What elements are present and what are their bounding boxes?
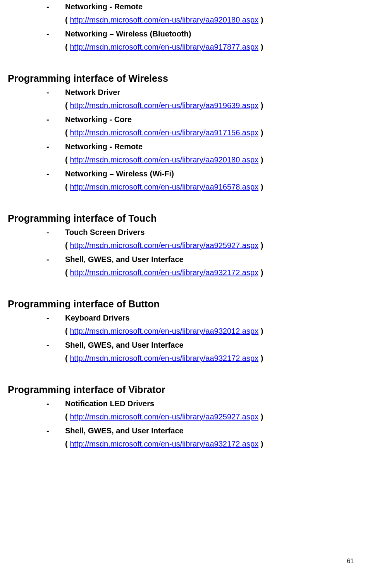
list-item: -Keyboard Drivers ( http://msdn.microsof… bbox=[46, 311, 369, 338]
open-paren: ( bbox=[65, 43, 70, 51]
open-paren: ( bbox=[65, 101, 70, 110]
page-number: 61 bbox=[347, 558, 354, 565]
item-label: Shell, GWES, and User Interface bbox=[65, 253, 184, 266]
item-label: Networking – Wireless (Wi-Fi) bbox=[65, 167, 174, 180]
section-heading: Programming interface of Wireless bbox=[8, 73, 369, 84]
item-label: Networking - Remote bbox=[65, 0, 143, 13]
dash-bullet: - bbox=[46, 140, 65, 153]
section-button: Programming interface of Button -Keyboar… bbox=[8, 298, 369, 365]
close-paren: ) bbox=[258, 327, 263, 335]
close-paren: ) bbox=[258, 241, 263, 250]
open-paren: ( bbox=[65, 16, 70, 24]
close-paren: ) bbox=[258, 354, 263, 362]
item-url-row: ( http://msdn.microsoft.com/en-us/librar… bbox=[65, 13, 369, 26]
item-link[interactable]: http://msdn.microsoft.com/en-us/library/… bbox=[70, 327, 258, 335]
item-label: Networking - Core bbox=[65, 113, 132, 126]
list-item: -Networking - Core ( http://msdn.microso… bbox=[46, 113, 369, 139]
item-heading-row: - Networking - Remote bbox=[46, 0, 369, 13]
open-paren: ( bbox=[65, 183, 70, 191]
item-link[interactable]: http://msdn.microsoft.com/en-us/library/… bbox=[70, 43, 258, 51]
dash-bullet: - bbox=[46, 113, 65, 126]
item-link[interactable]: http://msdn.microsoft.com/en-us/library/… bbox=[70, 183, 258, 191]
close-paren: ) bbox=[258, 268, 263, 277]
document-page: - Networking - Remote ( http://msdn.micr… bbox=[0, 0, 377, 450]
list-item: -Touch Screen Drivers ( http://msdn.micr… bbox=[46, 226, 369, 252]
item-label: Shell, GWES, and User Interface bbox=[65, 338, 184, 352]
open-paren: ( bbox=[65, 128, 70, 137]
open-paren: ( bbox=[65, 354, 70, 362]
list-item: -Notification LED Drivers ( http://msdn.… bbox=[46, 397, 369, 423]
dash-bullet: - bbox=[46, 27, 65, 40]
close-paren: ) bbox=[258, 155, 263, 164]
close-paren: ) bbox=[258, 43, 263, 51]
item-link[interactable]: http://msdn.microsoft.com/en-us/library/… bbox=[70, 16, 258, 24]
item-label: Touch Screen Drivers bbox=[65, 226, 145, 239]
close-paren: ) bbox=[258, 412, 263, 421]
item-label: Notification LED Drivers bbox=[65, 397, 154, 410]
item-url-row: ( http://msdn.microsoft.com/en-us/librar… bbox=[65, 40, 369, 53]
item-link[interactable]: http://msdn.microsoft.com/en-us/library/… bbox=[70, 101, 258, 110]
item-label: Networking - Remote bbox=[65, 140, 143, 153]
list-item: -Shell, GWES, and User Interface ( http:… bbox=[46, 424, 369, 450]
list-item: -Shell, GWES, and User Interface ( http:… bbox=[46, 338, 369, 365]
item-link[interactable]: http://msdn.microsoft.com/en-us/library/… bbox=[70, 354, 258, 362]
list-item: - Networking - Remote ( http://msdn.micr… bbox=[46, 0, 369, 26]
item-link[interactable]: http://msdn.microsoft.com/en-us/library/… bbox=[70, 128, 258, 137]
section-vibrator: Programming interface of Vibrator -Notif… bbox=[8, 384, 369, 450]
item-link[interactable]: http://msdn.microsoft.com/en-us/library/… bbox=[70, 155, 258, 164]
section-touch: Programming interface of Touch -Touch Sc… bbox=[8, 213, 369, 279]
close-paren: ) bbox=[258, 16, 263, 24]
item-label: Keyboard Drivers bbox=[65, 311, 130, 324]
item-label: Networking – Wireless (Bluetooth) bbox=[65, 27, 191, 40]
item-heading-row: - Networking – Wireless (Bluetooth) bbox=[46, 27, 369, 40]
list-item: -Networking - Remote ( http://msdn.micro… bbox=[46, 140, 369, 166]
open-paren: ( bbox=[65, 241, 70, 250]
open-paren: ( bbox=[65, 412, 70, 421]
section-wireless: Programming interface of Wireless -Netwo… bbox=[8, 73, 369, 193]
open-paren: ( bbox=[65, 327, 70, 335]
dash-bullet: - bbox=[46, 424, 65, 437]
list-item: - Networking – Wireless (Bluetooth) ( ht… bbox=[46, 27, 369, 53]
item-link[interactable]: http://msdn.microsoft.com/en-us/library/… bbox=[70, 440, 258, 448]
close-paren: ) bbox=[258, 101, 263, 110]
dash-bullet: - bbox=[46, 86, 65, 99]
section-heading: Programming interface of Vibrator bbox=[8, 384, 369, 395]
dash-bullet: - bbox=[46, 397, 65, 410]
list-item: -Shell, GWES, and User Interface ( http:… bbox=[46, 253, 369, 279]
list-item: -Network Driver ( http://msdn.microsoft.… bbox=[46, 86, 369, 112]
section-heading: Programming interface of Button bbox=[8, 298, 369, 310]
dash-bullet: - bbox=[46, 311, 65, 324]
close-paren: ) bbox=[258, 128, 263, 137]
dash-bullet: - bbox=[46, 0, 65, 13]
item-label: Shell, GWES, and User Interface bbox=[65, 424, 184, 437]
item-link[interactable]: http://msdn.microsoft.com/en-us/library/… bbox=[70, 268, 258, 277]
dash-bullet: - bbox=[46, 167, 65, 180]
close-paren: ) bbox=[258, 440, 263, 448]
dash-bullet: - bbox=[46, 338, 65, 352]
item-label: Network Driver bbox=[65, 86, 120, 99]
section-heading: Programming interface of Touch bbox=[8, 213, 369, 224]
list-item: -Networking – Wireless (Wi-Fi) ( http://… bbox=[46, 167, 369, 193]
top-item-group: - Networking - Remote ( http://msdn.micr… bbox=[8, 0, 369, 53]
close-paren: ) bbox=[258, 183, 263, 191]
open-paren: ( bbox=[65, 268, 70, 277]
item-link[interactable]: http://msdn.microsoft.com/en-us/library/… bbox=[70, 412, 258, 421]
dash-bullet: - bbox=[46, 226, 65, 239]
item-link[interactable]: http://msdn.microsoft.com/en-us/library/… bbox=[70, 241, 258, 250]
open-paren: ( bbox=[65, 440, 70, 448]
open-paren: ( bbox=[65, 155, 70, 164]
dash-bullet: - bbox=[46, 253, 65, 266]
